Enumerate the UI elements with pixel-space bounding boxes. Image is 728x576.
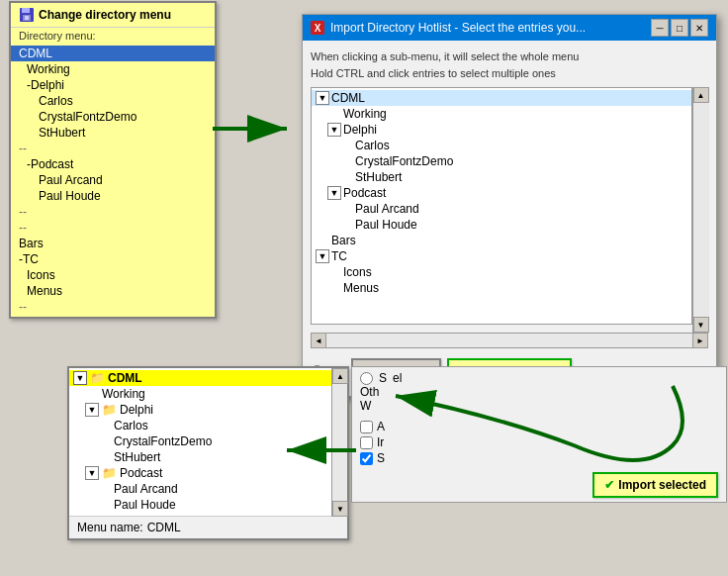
list-item[interactable]: ▼ Delphi	[312, 122, 691, 138]
radio-s[interactable]	[360, 372, 373, 385]
list-item[interactable]: Carlos	[69, 418, 347, 433]
list-item[interactable]: ▼ 📁 Podcast	[69, 465, 347, 481]
list-item[interactable]: Carlos	[312, 138, 691, 153]
list-item[interactable]: CrystalFontzDemo	[11, 109, 215, 125]
scroll-left-button[interactable]: ◄	[311, 333, 326, 348]
list-item[interactable]: Working	[69, 386, 347, 402]
list-item[interactable]: Bars	[11, 236, 215, 251]
expand-icon[interactable]: ▼	[327, 186, 341, 200]
list-item[interactable]: Paul Houde	[69, 497, 347, 513]
list-item[interactable]: -Delphi	[11, 77, 215, 93]
left-panel-title-text: Change directory menu	[39, 8, 171, 22]
list-item[interactable]: StHubert	[69, 449, 347, 465]
check-item-s[interactable]: S	[360, 450, 718, 466]
expand-icon[interactable]: ▼	[85, 403, 99, 417]
dialog-title: Import Directory Hotlist - Select the en…	[330, 21, 586, 35]
list-item[interactable]: ▼ Podcast	[312, 185, 691, 201]
scroll-right-button[interactable]: ►	[692, 333, 708, 348]
list-item[interactable]: CDML	[11, 46, 215, 61]
import-selected-button-bottom[interactable]: ✔ Import selected	[592, 472, 718, 498]
list-item[interactable]: Carlos	[11, 93, 215, 109]
dialog-body: When clicking a sub-menu, it will select…	[303, 41, 716, 396]
list-item[interactable]: Paul Houde	[11, 188, 215, 204]
scroll-down-btn[interactable]: ▼	[332, 501, 348, 517]
scroll-down-button[interactable]: ▼	[693, 317, 709, 333]
checkbox-ir[interactable]	[360, 436, 373, 449]
list-item[interactable]: Paul Arcand	[11, 172, 215, 188]
change-directory-panel: Change directory menu Directory menu: CD…	[9, 1, 217, 319]
dialog-info-line1: When clicking a sub-menu, it will select…	[311, 48, 708, 65]
bottom-tree-scrollbar[interactable]: ▲ ▼	[331, 368, 347, 517]
close-button[interactable]: ✕	[690, 19, 708, 37]
dialog-titlebar-left: X Import Directory Hotlist - Select the …	[311, 21, 586, 35]
radio-s-label: S	[379, 371, 387, 385]
list-item[interactable]: Menus	[312, 280, 691, 296]
check-item-a[interactable]: A	[360, 419, 718, 434]
expand-icon[interactable]: ▼	[327, 123, 341, 137]
minimize-button[interactable]: ─	[651, 19, 669, 37]
left-panel-titlebar: Change directory menu	[11, 3, 215, 28]
list-item[interactable]: Bars	[312, 233, 691, 248]
list-item[interactable]: -TC	[11, 251, 215, 267]
list-item-separator: --	[11, 299, 215, 315]
scroll-up-btn[interactable]: ▲	[332, 368, 348, 384]
w-label: W	[360, 399, 718, 413]
tree-scrollbar[interactable]: ▲ ▼	[692, 87, 708, 333]
maximize-button[interactable]: □	[671, 19, 688, 37]
folder-icon: 📁	[90, 371, 105, 385]
list-item[interactable]: ▼ TC	[312, 248, 691, 264]
list-item[interactable]: Paul Arcand	[312, 201, 691, 217]
list-item[interactable]: StHubert	[11, 125, 215, 141]
bottom-directory-panel: ▼ 📁 CDML Working ▼ 📁 Delphi Carlos Cryst…	[67, 366, 349, 540]
dialog-tree-container[interactable]: ▼ CDML Working ▼ Delphi Carlos	[311, 87, 692, 325]
dialog-titlebar: X Import Directory Hotlist - Select the …	[303, 15, 716, 41]
radio-el-suffix: el	[393, 371, 402, 385]
right-partial-panel: S el Oth W A Ir S ✔ Import selected	[351, 366, 727, 503]
dialog-icon: X	[311, 21, 324, 35]
expand-icon[interactable]: ▼	[85, 466, 99, 480]
list-item[interactable]: Paul Arcand	[69, 481, 347, 497]
list-item[interactable]: StHubert	[312, 169, 691, 185]
expand-icon[interactable]: ▼	[73, 371, 87, 385]
bottom-tree[interactable]: ▼ 📁 CDML Working ▼ 📁 Delphi Carlos Cryst…	[69, 368, 347, 517]
import-dialog: X Import Directory Hotlist - Select the …	[302, 14, 717, 397]
scroll-up-button[interactable]: ▲	[693, 87, 709, 103]
list-item-separator: --	[11, 220, 215, 236]
right-partial-top: S el Oth W	[352, 367, 726, 417]
list-item[interactable]: ▼ 📁 CDML	[69, 370, 347, 386]
list-item[interactable]: CrystalFontzDemo	[312, 153, 691, 169]
list-item[interactable]: Icons	[11, 267, 215, 283]
other-label: Oth	[360, 385, 718, 399]
expand-icon[interactable]: ▼	[316, 91, 329, 105]
check-label-ir: Ir	[377, 435, 384, 449]
scrollbar-track	[693, 103, 709, 317]
left-panel-subtitle: Directory menu:	[11, 28, 215, 44]
import-selected-label-bottom: Import selected	[618, 478, 706, 492]
check-label-s: S	[377, 451, 385, 465]
list-item[interactable]: ▼ 📁 Delphi	[69, 402, 347, 418]
checkbox-s[interactable]	[360, 452, 373, 465]
list-item[interactable]: Working	[312, 106, 691, 122]
dialog-info-line2: Hold CTRL and click entries to select mu…	[311, 65, 708, 82]
floppy-icon	[19, 7, 35, 23]
dialog-controls: ─ □ ✕	[651, 19, 708, 37]
list-item[interactable]: ▼ CDML	[312, 90, 691, 106]
bottom-footer: Menu name: CDML	[69, 517, 347, 538]
expand-icon[interactable]: ▼	[316, 249, 329, 263]
svg-text:X: X	[315, 23, 321, 34]
dialog-info: When clicking a sub-menu, it will select…	[311, 48, 708, 81]
svg-rect-1	[22, 8, 30, 13]
checkbox-a[interactable]	[360, 421, 373, 433]
list-item[interactable]: Menus	[11, 283, 215, 299]
list-item[interactable]: Working	[11, 61, 215, 77]
menu-name-label: Menu name:	[77, 521, 143, 534]
list-item[interactable]: Icons	[312, 264, 691, 280]
right-import-btn-area: ✔ Import selected	[352, 468, 726, 502]
check-item-ir[interactable]: Ir	[360, 434, 718, 450]
list-item[interactable]: -Podcast	[11, 156, 215, 172]
list-item-separator: --	[11, 204, 215, 220]
check-items: A Ir S	[352, 417, 726, 468]
list-item[interactable]: Paul Houde	[312, 217, 691, 233]
list-item-separator: --	[11, 141, 215, 156]
list-item[interactable]: CrystalFontzDemo	[69, 433, 347, 449]
